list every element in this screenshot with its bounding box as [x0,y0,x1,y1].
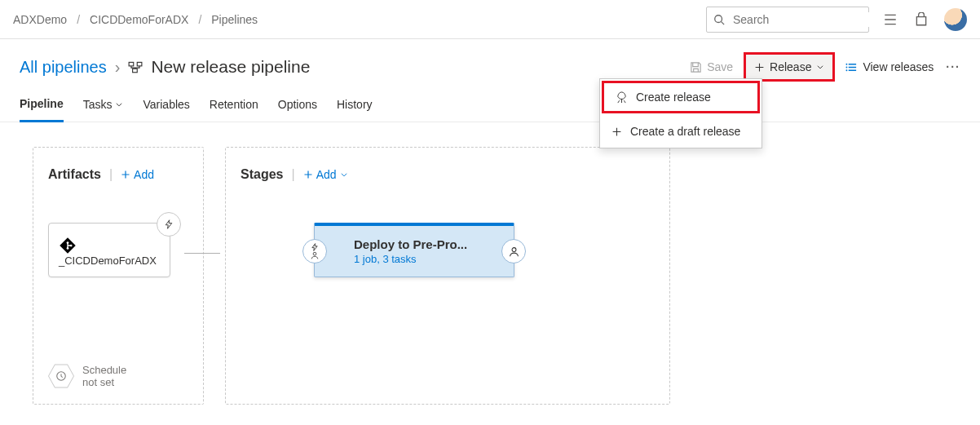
pre-deployment-badge[interactable] [302,239,327,263]
page-title: New release pipeline [151,57,310,77]
top-icons [882,8,967,31]
top-bar: ADXDemo / CICDDemoForADX / Pipelines [0,0,980,39]
chevron-right-icon: › [115,58,121,77]
breadcrumb-section[interactable]: Pipelines [211,13,258,26]
pipeline-type-icon [128,60,143,74]
stages-title: Stages [241,167,283,182]
stages-panel: Stages | Add [225,147,670,405]
title-path: All pipelines › New release pipeline [20,57,310,77]
schedule-indicator[interactable]: Schedule not set [48,363,131,389]
breadcrumb-repo[interactable]: CICDDemoForADX [90,13,188,26]
svg-line-1 [722,21,725,24]
release-label: Release [770,60,811,73]
artifacts-panel: Artifacts | Add _CICDDemoForADX [33,147,204,405]
editor-tabs: Pipeline Tasks Variables Retention Optio… [0,86,980,122]
shopping-bag-icon[interactable] [913,11,929,28]
svg-point-7 [846,69,848,71]
person-icon [311,251,319,259]
tab-retention[interactable]: Retention [210,86,258,122]
chevron-down-icon [816,63,824,71]
breadcrumb-sep: / [77,13,80,26]
chevron-down-icon [115,100,123,108]
pipeline-header: All pipelines › New release pipeline Sav… [0,39,980,86]
breadcrumb-sep: / [198,13,201,26]
artifacts-title: Artifacts [48,167,101,182]
tab-pipeline[interactable]: Pipeline [20,87,64,122]
add-label: Add [134,168,154,181]
breadcrumb-project[interactable]: ADXDemo [13,13,67,26]
tab-variables[interactable]: Variables [143,86,189,122]
svg-point-14 [512,247,516,251]
view-releases-button[interactable]: View releases [837,54,942,80]
search-box[interactable] [706,7,869,33]
create-draft-release-item[interactable]: Create a draft release [600,115,761,148]
save-icon [690,61,702,73]
schedule-label: Schedule not set [82,364,131,388]
lightning-icon [311,243,319,251]
svg-rect-3 [138,62,143,66]
view-releases-label: View releases [863,60,934,73]
stage-tasks-link[interactable]: 1 job, 3 tasks [354,253,481,265]
header-actions: Save Release View releases ··· [681,54,960,80]
clock-icon [55,370,67,382]
tab-tasks[interactable]: Tasks [83,86,124,122]
git-icon [59,237,160,255]
list-icon[interactable] [882,11,898,28]
avatar[interactable] [944,8,967,31]
svg-point-6 [846,66,848,68]
connector-line [184,253,220,254]
add-stage-button[interactable]: Add [303,168,348,181]
save-label: Save [707,60,733,73]
lightning-icon [164,219,174,230]
person-icon [509,246,519,257]
svg-point-0 [715,15,722,22]
trigger-badge[interactable] [157,212,181,237]
svg-rect-4 [133,69,138,73]
release-button[interactable]: Release [745,54,833,80]
create-draft-label: Create a draft release [630,125,740,138]
svg-point-5 [846,63,848,64]
create-release-item[interactable]: Create release [602,81,760,113]
list-lines-icon [845,61,858,73]
tab-history[interactable]: History [337,86,373,122]
post-deployment-badge[interactable] [501,239,526,263]
add-stage-label: Add [316,168,337,181]
stage-card[interactable]: Deploy to Pre-Pro... 1 job, 3 tasks [314,223,514,277]
artifact-name: _CICDDemoForADX [59,255,160,267]
plus-icon [754,62,765,73]
search-input[interactable] [731,12,877,27]
search-icon [713,14,725,25]
add-artifact-button[interactable]: Add [121,168,154,181]
more-menu[interactable]: ··· [946,60,960,73]
tab-options[interactable]: Options [278,86,317,122]
save-button: Save [681,54,742,80]
stage-title: Deploy to Pre-Pro... [354,237,481,251]
create-release-label: Create release [636,91,711,104]
all-pipelines-link[interactable]: All pipelines [20,58,107,77]
artifact-card[interactable]: _CICDDemoForADX [48,223,170,277]
chevron-down-icon [340,170,348,179]
svg-rect-2 [130,62,135,66]
pipeline-canvas: Artifacts | Add _CICDDemoForADX [0,122,980,425]
tab-tasks-label: Tasks [83,98,113,111]
plus-icon [611,126,622,137]
svg-point-13 [313,252,316,255]
release-dropdown: Create release Create a draft release [599,78,762,148]
rocket-icon [616,91,628,104]
breadcrumb: ADXDemo / CICDDemoForADX / Pipelines [13,13,706,26]
